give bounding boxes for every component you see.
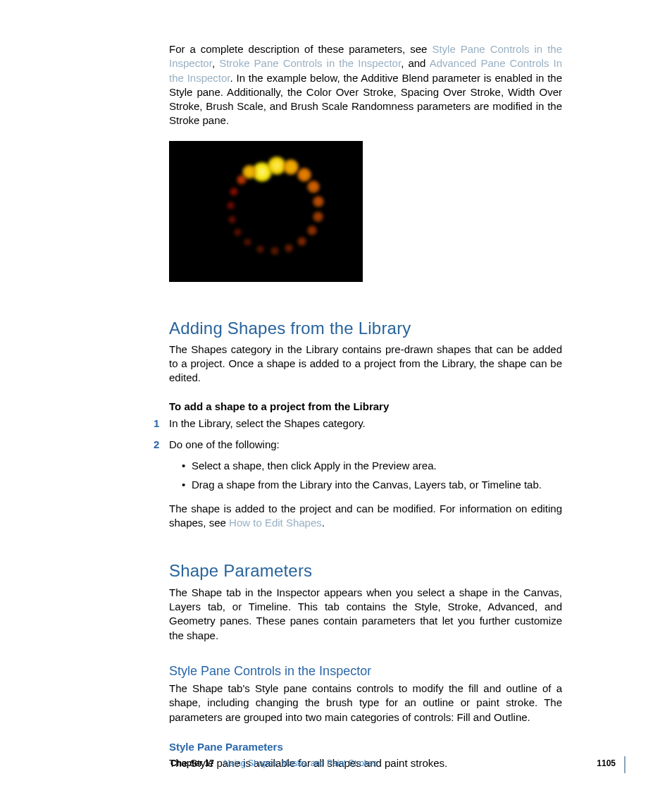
step-1-number: 1 xyxy=(154,417,159,431)
task-title: To add a shape to a project from the Lib… xyxy=(169,400,562,414)
closing-paragraph: The shape is added to the project and ca… xyxy=(169,502,562,531)
subheading-style-pane-parameters: Style Pane Parameters xyxy=(169,740,562,754)
intro-paragraph: For a complete description of these para… xyxy=(169,42,562,128)
closing-text-a: The shape is added to the project and ca… xyxy=(169,503,562,529)
paint-stroke-example-image xyxy=(169,141,363,282)
link-how-to-edit-shapes[interactable]: How to Edit Shapes xyxy=(229,517,322,529)
heading-shape-parameters: Shape Parameters xyxy=(169,560,562,582)
page-footer: Chapter 17 Using Shapes, Masks, and Pain… xyxy=(170,758,616,769)
closing-text-b: . xyxy=(322,517,325,529)
intro-text-1: , xyxy=(212,57,219,69)
step-2-number: 2 xyxy=(154,438,159,452)
bullet-drag-shape: Drag a shape from the Library into the C… xyxy=(182,478,562,492)
footer-page-number: 1105 xyxy=(597,758,616,769)
subheading-style-pane: Style Pane Controls in the Inspector xyxy=(169,663,562,679)
bullet-select-shape: Select a shape, then click Apply in the … xyxy=(182,459,562,473)
footer-chapter: Chapter 17 xyxy=(170,758,214,769)
step-1: 1 In the Library, select the Shapes cate… xyxy=(169,417,562,431)
style-pane-paragraph: The Shape tab's Style pane contains cont… xyxy=(169,682,562,725)
intro-text-2: , and xyxy=(401,57,430,69)
step-2: 2 Do one of the following: xyxy=(169,438,562,452)
link-stroke-pane[interactable]: Stroke Pane Controls in the Inspector xyxy=(219,57,401,69)
adding-shapes-paragraph: The Shapes category in the Library conta… xyxy=(169,343,562,386)
shape-parameters-paragraph: The Shape tab in the Inspector appears w… xyxy=(169,586,562,643)
intro-text-0: For a complete description of these para… xyxy=(169,43,432,55)
heading-adding-shapes: Adding Shapes from the Library xyxy=(169,317,562,340)
footer-divider xyxy=(624,756,626,773)
step-1-text: In the Library, select the Shapes catego… xyxy=(169,417,366,429)
step-2-text: Do one of the following: xyxy=(169,438,280,450)
footer-title: Using Shapes, Masks, and Paint Strokes xyxy=(224,758,377,769)
